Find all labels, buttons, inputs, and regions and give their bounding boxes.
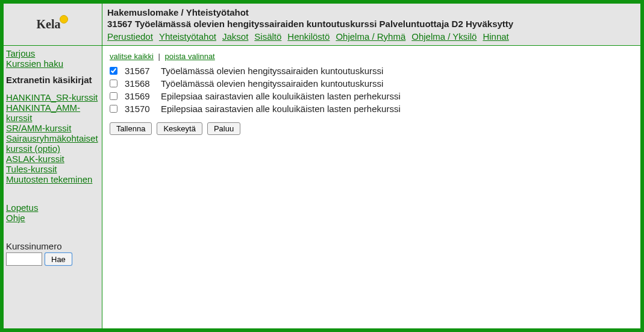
course-desc: Epilepsiaa sairastavien alle kouluikäist… — [161, 91, 633, 101]
tab-yhteisty-tahot[interactable]: Yhteistyötahot — [159, 31, 216, 42]
tab-bar: PerustiedotYhteistyötahotJaksotSisältöHe… — [107, 31, 636, 42]
course-desc: Työelämässä olevien hengityssairaiden ku… — [161, 66, 633, 76]
course-checkbox[interactable] — [110, 80, 117, 87]
course-row: 31570Epilepsiaa sairastavien alle koului… — [110, 102, 633, 115]
search-label: Kurssinumero — [6, 241, 99, 251]
sidebar-link-kurssien-haku[interactable]: Kurssien haku — [6, 58, 63, 69]
course-code: 31568 — [125, 78, 161, 89]
sidebar-manual-tules-kurssit[interactable]: Tules-kurssit — [6, 164, 57, 174]
logo: Kela — [4, 4, 102, 45]
search-button[interactable]: Hae — [45, 252, 72, 266]
sidebar-link-ohje[interactable]: Ohje — [6, 213, 25, 223]
sidebar-manual-sr-amm-kurssit[interactable]: SR/AMM-kurssit — [6, 123, 71, 133]
breadcrumb: Hakemuslomake / Yhteistyötahot — [107, 7, 636, 17]
course-desc: Työelämässä olevien hengityssairaiden ku… — [161, 78, 633, 89]
tab-perustiedot[interactable]: Perustiedot — [107, 31, 153, 42]
sidebar-manual-hankinta-amm-kurssit[interactable]: HANKINTA_AMM-kurssit — [6, 102, 80, 123]
course-row: 31567Työelämässä olevien hengityssairaid… — [110, 64, 633, 77]
clear-all-link[interactable]: poista valinnat — [165, 52, 215, 61]
logo-text: Kela — [37, 17, 69, 31]
sidebar-heading: Extranetin käsikirjat — [6, 75, 99, 85]
tab-jaksot[interactable]: Jaksot — [222, 31, 248, 42]
tab-sis-lt-[interactable]: Sisältö — [254, 31, 281, 42]
search-input[interactable] — [6, 252, 42, 266]
course-code: 31567 — [125, 66, 161, 76]
course-code: 31570 — [125, 104, 161, 114]
page-title: 31567 Työelämässä olevien hengityssairai… — [107, 19, 636, 29]
tab-ohjelma-ryhm-[interactable]: Ohjelma / Ryhmä — [336, 31, 405, 42]
course-desc: Epilepsiaa sairastavien alle kouluikäist… — [161, 104, 633, 114]
tab-hinnat[interactable]: Hinnat — [483, 31, 508, 42]
course-checkbox[interactable] — [110, 92, 117, 100]
sidebar: TarjousKurssien haku Extranetin käsikirj… — [4, 46, 102, 328]
course-row: 31568Työelämässä olevien hengityssairaid… — [110, 77, 633, 90]
sidebar-manual-aslak-kurssit[interactable]: ASLAK-kurssit — [6, 154, 64, 164]
separator: | — [158, 52, 160, 61]
main-content: valitse kaikki | poista valinnat 31567Ty… — [102, 46, 640, 328]
course-checkbox[interactable] — [110, 105, 117, 113]
course-code: 31569 — [125, 91, 161, 101]
sidebar-manual-hankinta-sr-kurssit[interactable]: HANKINTA_SR-kurssit — [6, 92, 98, 102]
back-button[interactable]: Paluu — [207, 122, 240, 135]
course-row: 31569Epilepsiaa sairastavien alle koului… — [110, 90, 633, 102]
cancel-button[interactable]: Keskeytä — [157, 122, 202, 135]
tab-henkil-st-[interactable]: Henkilöstö — [287, 31, 330, 42]
logo-badge-icon — [60, 15, 68, 23]
sidebar-link-lopetus[interactable]: Lopetus — [6, 202, 38, 213]
sidebar-manual-muutosten-tekeminen[interactable]: Muutosten tekeminen — [6, 174, 92, 184]
sidebar-link-tarjous[interactable]: Tarjous — [6, 48, 35, 58]
sidebar-manual-sairausryhm-kohtaiset-kurssit-optio-[interactable]: Sairausryhmäkohtaiset kurssit (optio) — [6, 133, 98, 154]
select-all-link[interactable]: valitse kaikki — [110, 52, 154, 61]
course-checkbox[interactable] — [110, 67, 117, 75]
tab-ohjelma-yksil-[interactable]: Ohjelma / Yksilö — [411, 31, 477, 42]
save-button[interactable]: Tallenna — [110, 122, 152, 135]
